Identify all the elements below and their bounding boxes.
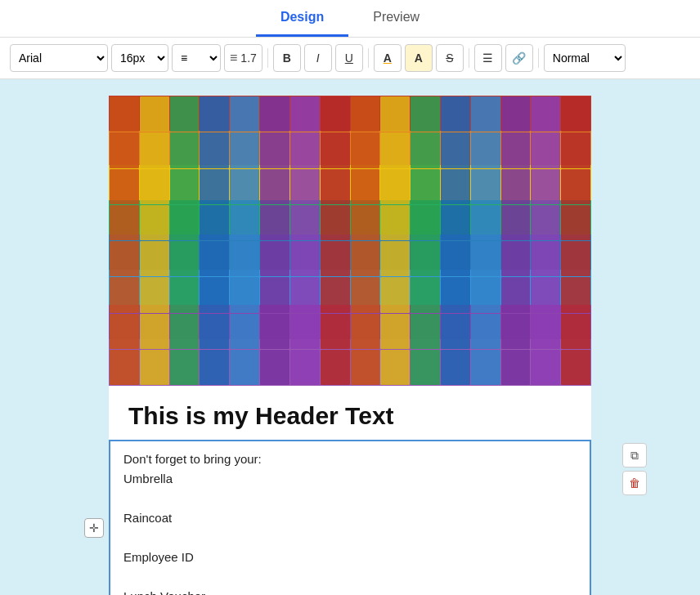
photo-cell (531, 205, 560, 240)
photo-cell (290, 350, 320, 385)
italic-button[interactable]: I (304, 44, 332, 72)
photo-cell (200, 96, 229, 132)
photo-cell (110, 169, 139, 204)
photo-cell (501, 350, 531, 385)
photo-cell (501, 96, 531, 132)
photo-cell (110, 277, 139, 312)
font-family-select[interactable]: Arial Times New Roman Georgia Verdana (10, 44, 108, 72)
photo-cell (200, 277, 229, 312)
photo-cell (140, 350, 169, 385)
photo-cell (441, 350, 470, 385)
photo-cell (351, 132, 380, 168)
photo-cell (411, 96, 440, 132)
photo-cell (501, 314, 531, 349)
toolbar: Arial Times New Roman Georgia Verdana 12… (0, 38, 700, 79)
photo-cell (441, 132, 470, 168)
photo-cell (200, 350, 229, 385)
photo-cell (531, 314, 560, 349)
photo-cell (200, 169, 229, 204)
delete-block-button[interactable]: 🗑 (622, 471, 647, 495)
photo-cell (561, 350, 590, 385)
link-button[interactable]: 🔗 (505, 44, 533, 72)
photo-cell (501, 132, 531, 168)
photo-cell (351, 169, 380, 204)
photo-cell (140, 314, 169, 349)
photo-cell (380, 205, 410, 240)
strikethrough-button[interactable]: S (436, 44, 464, 72)
list-item-2: Raincoat (123, 508, 577, 528)
fill-color-button[interactable]: A (374, 44, 402, 72)
divider-3 (469, 48, 469, 68)
move-handle[interactable]: ✛ (84, 518, 104, 538)
photo-cell (170, 277, 200, 312)
photo-cell (380, 314, 410, 349)
photo-cell (200, 205, 229, 240)
photo-cell (230, 277, 259, 312)
photo-cell (471, 96, 500, 132)
photo-cell (441, 314, 470, 349)
photo-cell (260, 205, 289, 240)
canvas-area: // Generate photo cells for (let i = 0; … (0, 79, 700, 595)
photo-cell (170, 96, 200, 132)
photo-cell (471, 277, 500, 312)
list-item-4: Lunch Voucher (123, 587, 577, 595)
photo-cell (351, 96, 380, 132)
photo-cell (380, 169, 410, 204)
photo-cell (561, 132, 590, 168)
photo-cell (260, 169, 289, 204)
photo-cell (321, 96, 350, 132)
photo-cell (351, 277, 380, 312)
photo-cell (260, 96, 289, 132)
photo-cell (321, 169, 350, 204)
photo-cell (441, 277, 470, 312)
text-style-select[interactable]: Normal Heading 1 Heading 2 Heading 3 (544, 44, 626, 72)
tab-design[interactable]: Design (256, 0, 348, 37)
photo-cell (200, 132, 229, 168)
photo-cell (351, 205, 380, 240)
photo-grid: // Generate photo cells for (let i = 0; … (109, 96, 591, 386)
photo-cell (290, 277, 320, 312)
photo-cell (471, 169, 500, 204)
photo-cell (110, 132, 139, 168)
photo-cell (290, 241, 320, 276)
underline-button[interactable]: U (335, 44, 363, 72)
photo-cell (351, 241, 380, 276)
photo-cell (140, 96, 169, 132)
divider-1 (267, 48, 268, 68)
photo-cell (411, 241, 440, 276)
text-block[interactable]: Don't forget to bring your: Umbrella Rai… (109, 440, 591, 595)
list-button[interactable]: ☰ (474, 44, 502, 72)
page-content: // Generate photo cells for (let i = 0; … (109, 96, 591, 595)
photo-cell (351, 350, 380, 385)
font-size-select[interactable]: 12px 14px 16px 18px 20px (111, 44, 168, 72)
photo-cell (170, 205, 200, 240)
photo-cell (290, 314, 320, 349)
photo-cell (290, 205, 320, 240)
photo-cell (260, 241, 289, 276)
highlight-button[interactable]: A (405, 44, 433, 72)
photo-cell (230, 314, 259, 349)
bold-button[interactable]: B (273, 44, 301, 72)
photo-cell (321, 205, 350, 240)
photo-cell (411, 277, 440, 312)
photo-cell (230, 96, 259, 132)
photo-cell (561, 205, 590, 240)
photo-cell (471, 350, 500, 385)
photo-cell (321, 277, 350, 312)
photo-cell (140, 241, 169, 276)
photo-cell (200, 241, 229, 276)
photo-cell (230, 169, 259, 204)
photo-cell (380, 241, 410, 276)
page-header-text: This is my Header Text (109, 386, 591, 440)
divider-4 (538, 48, 539, 68)
photo-cell (561, 96, 590, 132)
text-align-select[interactable]: ≡ ⫸ ⫷ (172, 44, 221, 72)
tab-preview[interactable]: Preview (348, 0, 444, 37)
photo-cell (411, 350, 440, 385)
line-height-icon: ≡ (230, 51, 237, 65)
photo-cell (561, 169, 590, 204)
copy-block-button[interactable]: ⧉ (622, 443, 647, 468)
photo-cell (441, 169, 470, 204)
photo-cell (110, 205, 139, 240)
photo-cell (531, 277, 560, 312)
